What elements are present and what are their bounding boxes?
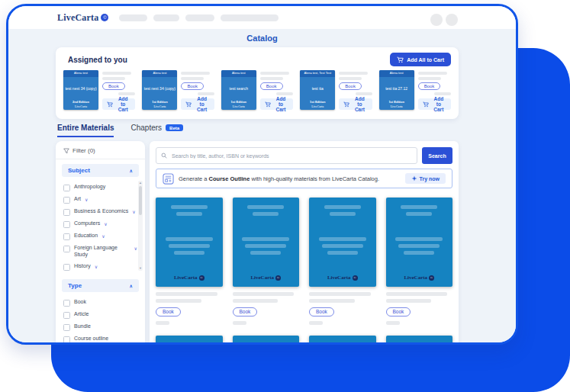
add-to-cart-button[interactable]: Add to Cart xyxy=(339,98,372,110)
checkbox[interactable] xyxy=(63,185,70,191)
chevron-down-icon[interactable]: ∨ xyxy=(132,209,135,214)
header-circle xyxy=(430,14,443,26)
book-cover[interactable]: Alena test test tta 27.12 1st Edition Li… xyxy=(379,70,414,110)
catalog-book-tile xyxy=(309,336,376,345)
add-to-cart-button[interactable]: Add to Cart xyxy=(418,98,451,110)
checkbox-label: Business & Economics xyxy=(74,208,128,215)
subject-option[interactable]: Business & Economics ∨ xyxy=(63,206,137,218)
checkbox[interactable] xyxy=(63,312,70,319)
text-placeholder xyxy=(418,77,441,80)
banner-text: Generate a Course Outline with high-qual… xyxy=(179,175,379,182)
cart-icon xyxy=(107,101,113,108)
assigned-book-card[interactable]: Alena test test search 1st Edition LiveC… xyxy=(221,70,293,110)
try-now-button[interactable]: Try now xyxy=(405,173,446,184)
chevron-down-icon[interactable]: ∨ xyxy=(101,233,105,239)
add-all-to-cart-button[interactable]: Add All to Cart xyxy=(390,53,451,66)
assigned-book-card[interactable]: Alena test test next 34 (copy) 2nd Editi… xyxy=(63,70,135,110)
book-cover[interactable]: LiveCarta© xyxy=(233,198,300,287)
checkbox[interactable] xyxy=(63,233,70,240)
cover-text-placeholder xyxy=(247,343,284,345)
livecarta-logo[interactable]: LiveCarta © xyxy=(57,12,108,24)
chevron-up-icon[interactable]: ∧ xyxy=(130,283,133,288)
checkbox[interactable] xyxy=(63,324,70,331)
book-cover[interactable]: Alena test test search 1st Edition LiveC… xyxy=(221,70,256,110)
filter-section-subject[interactable]: Subject ∧ xyxy=(62,164,139,177)
nav-placeholder[interactable] xyxy=(185,14,214,21)
filter-sidebar: Filter (0) Subject ∧ Anthropology Art xyxy=(56,141,145,345)
banner-prefix: Generate a xyxy=(179,175,209,182)
filter-section-type[interactable]: Type ∧ xyxy=(62,279,139,292)
chevron-down-icon[interactable]: ∨ xyxy=(134,246,137,251)
book-cover[interactable] xyxy=(386,336,453,345)
subject-option[interactable]: Anthropology xyxy=(63,182,137,194)
subject-option[interactable]: Education ∨ xyxy=(63,230,137,243)
book-cover[interactable]: Alena test test next 34 (copy) 2nd Editi… xyxy=(63,70,98,110)
type-option[interactable]: Bundle xyxy=(63,321,137,333)
text-placeholder xyxy=(260,77,283,80)
add-to-cart-button[interactable]: Add to Cart xyxy=(102,98,135,110)
book-cover[interactable] xyxy=(233,336,300,345)
filter-header[interactable]: Filter (0) xyxy=(56,141,145,159)
book-title: test next 34 (copy) xyxy=(142,77,177,100)
cover-text-placeholder xyxy=(322,244,363,248)
nav-placeholder[interactable] xyxy=(221,14,279,21)
book-cover[interactable]: Alena test test next 34 (copy) 1st Editi… xyxy=(142,70,177,110)
type-checkbox-list: Book Article Bundle Course outline xyxy=(56,295,145,345)
checkbox[interactable] xyxy=(63,336,70,343)
chevron-up-icon[interactable]: ∧ xyxy=(130,168,133,173)
chevron-down-icon[interactable]: ∨ xyxy=(104,221,107,227)
book-cover[interactable] xyxy=(156,336,223,345)
text-placeholder xyxy=(181,72,210,75)
scroll-up-icon[interactable]: ▲ xyxy=(139,181,142,185)
assigned-title: Assigned to you xyxy=(68,56,127,64)
nav-placeholder[interactable] xyxy=(153,14,179,21)
subject-option[interactable]: History ∨ xyxy=(63,261,137,273)
brand-badge-icon: © xyxy=(199,275,204,281)
search-input[interactable] xyxy=(170,153,412,159)
assigned-book-card[interactable]: Alena test, Test Test test tta 1st Editi… xyxy=(300,70,372,110)
search-button[interactable]: Search xyxy=(422,147,452,164)
tab-entire-materials[interactable]: Entire Materials xyxy=(57,124,114,137)
add-to-cart-button[interactable]: Add to Cart xyxy=(181,98,214,110)
book-cover[interactable]: LiveCarta© xyxy=(386,198,453,287)
type-option[interactable]: Course outline xyxy=(63,333,137,345)
subject-option[interactable]: Computers ∨ xyxy=(63,218,137,230)
type-option[interactable]: Book xyxy=(63,297,137,309)
book-cover[interactable] xyxy=(309,336,376,345)
checkbox[interactable] xyxy=(63,300,70,307)
catalog-book-tile: LiveCarta© Book xyxy=(309,198,376,325)
book-title: test search xyxy=(221,77,256,100)
subject-option[interactable]: Art ∨ xyxy=(63,194,137,206)
text-placeholder xyxy=(260,72,289,75)
book-cover[interactable]: Alena test, Test Test test tta 1st Editi… xyxy=(300,70,335,110)
chevron-down-icon[interactable]: ∨ xyxy=(85,197,88,202)
content-area: Catalog Assigned to you Add All to Cart … xyxy=(8,29,516,342)
add-to-cart-label: Add to Cart xyxy=(352,96,367,112)
checkbox-label: Course outline xyxy=(74,336,108,342)
tab-chapters[interactable]: Chapters Beta xyxy=(130,124,183,137)
checkbox[interactable] xyxy=(63,209,70,216)
price-placeholder xyxy=(386,321,400,325)
nav-placeholder[interactable] xyxy=(119,14,147,21)
subject-list-scrollbar[interactable]: ▲ ▼ xyxy=(138,181,143,271)
book-cover[interactable]: LiveCarta© xyxy=(309,198,376,287)
title-placeholder xyxy=(309,292,371,296)
scrollbar-thumb[interactable] xyxy=(139,186,142,215)
cover-brand-text: LiveCarta xyxy=(327,275,351,281)
subject-option[interactable]: Foreign Language Study ∨ xyxy=(63,243,137,261)
add-to-cart-button[interactable]: Add to Cart xyxy=(260,98,293,110)
checkbox[interactable] xyxy=(63,264,70,271)
assigned-book-card[interactable]: Alena test test next 34 (copy) 1st Editi… xyxy=(142,70,214,110)
checkbox-label: Bundle xyxy=(74,323,91,330)
assigned-book-card[interactable]: Alena test test tta 27.12 1st Edition Li… xyxy=(379,70,451,110)
subject-option[interactable]: Language Arts & Disciplines ∨ xyxy=(63,273,137,275)
checkbox[interactable] xyxy=(63,197,70,204)
scroll-down-icon[interactable]: ▼ xyxy=(139,266,142,271)
type-option[interactable]: Article xyxy=(63,309,137,321)
section-title: Type xyxy=(68,282,82,289)
checkbox[interactable] xyxy=(63,246,70,252)
catalog-panel: Search Generate a Course Outline with hi… xyxy=(150,141,459,345)
book-cover[interactable]: LiveCarta© xyxy=(156,198,223,287)
chevron-down-icon[interactable]: ∨ xyxy=(95,264,98,269)
checkbox[interactable] xyxy=(63,221,70,228)
